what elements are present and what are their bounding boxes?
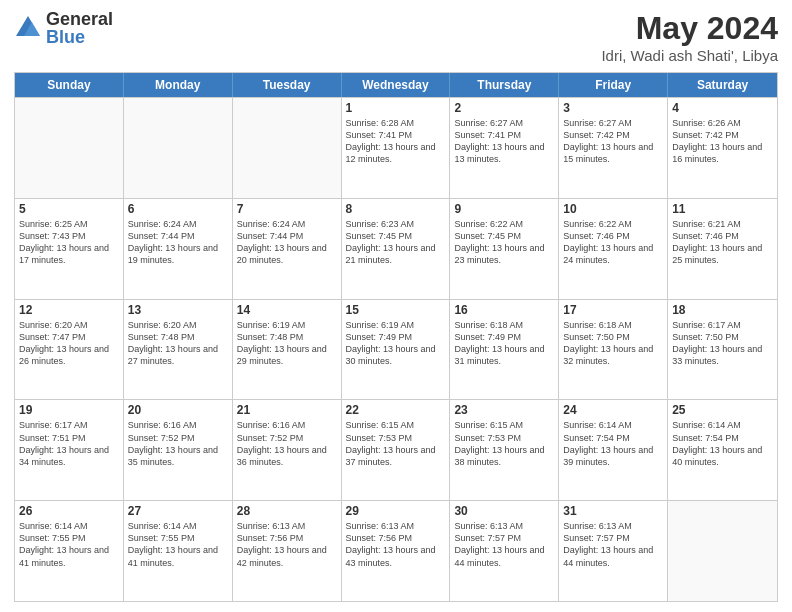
- calendar-body: 1Sunrise: 6:28 AMSunset: 7:41 PMDaylight…: [15, 97, 777, 601]
- day-number: 21: [237, 403, 337, 417]
- day-number: 16: [454, 303, 554, 317]
- header-friday: Friday: [559, 73, 668, 97]
- page: General Blue May 2024 Idri, Wadi ash Sha…: [0, 0, 792, 612]
- day-info: Sunrise: 6:24 AMSunset: 7:44 PMDaylight:…: [237, 218, 337, 267]
- day-number: 24: [563, 403, 663, 417]
- cal-cell: 4Sunrise: 6:26 AMSunset: 7:42 PMDaylight…: [668, 98, 777, 198]
- logo-icon: [14, 14, 42, 42]
- cal-cell: 30Sunrise: 6:13 AMSunset: 7:57 PMDayligh…: [450, 501, 559, 601]
- day-number: 13: [128, 303, 228, 317]
- day-info: Sunrise: 6:21 AMSunset: 7:46 PMDaylight:…: [672, 218, 773, 267]
- day-info: Sunrise: 6:13 AMSunset: 7:57 PMDaylight:…: [563, 520, 663, 569]
- cal-cell: 13Sunrise: 6:20 AMSunset: 7:48 PMDayligh…: [124, 300, 233, 400]
- cal-cell: 12Sunrise: 6:20 AMSunset: 7:47 PMDayligh…: [15, 300, 124, 400]
- header-wednesday: Wednesday: [342, 73, 451, 97]
- cal-cell: 16Sunrise: 6:18 AMSunset: 7:49 PMDayligh…: [450, 300, 559, 400]
- logo: General Blue: [14, 10, 113, 46]
- day-info: Sunrise: 6:15 AMSunset: 7:53 PMDaylight:…: [346, 419, 446, 468]
- day-info: Sunrise: 6:25 AMSunset: 7:43 PMDaylight:…: [19, 218, 119, 267]
- day-number: 8: [346, 202, 446, 216]
- day-info: Sunrise: 6:17 AMSunset: 7:51 PMDaylight:…: [19, 419, 119, 468]
- cal-cell: 19Sunrise: 6:17 AMSunset: 7:51 PMDayligh…: [15, 400, 124, 500]
- cal-cell: 23Sunrise: 6:15 AMSunset: 7:53 PMDayligh…: [450, 400, 559, 500]
- header-monday: Monday: [124, 73, 233, 97]
- day-number: 2: [454, 101, 554, 115]
- day-number: 1: [346, 101, 446, 115]
- day-info: Sunrise: 6:19 AMSunset: 7:49 PMDaylight:…: [346, 319, 446, 368]
- day-number: 9: [454, 202, 554, 216]
- cal-cell: 6Sunrise: 6:24 AMSunset: 7:44 PMDaylight…: [124, 199, 233, 299]
- day-info: Sunrise: 6:14 AMSunset: 7:54 PMDaylight:…: [563, 419, 663, 468]
- day-number: 26: [19, 504, 119, 518]
- day-info: Sunrise: 6:16 AMSunset: 7:52 PMDaylight:…: [128, 419, 228, 468]
- cal-cell: 9Sunrise: 6:22 AMSunset: 7:45 PMDaylight…: [450, 199, 559, 299]
- cal-row-2: 12Sunrise: 6:20 AMSunset: 7:47 PMDayligh…: [15, 299, 777, 400]
- title-location: Idri, Wadi ash Shati', Libya: [601, 47, 778, 64]
- cal-cell: 18Sunrise: 6:17 AMSunset: 7:50 PMDayligh…: [668, 300, 777, 400]
- day-number: 5: [19, 202, 119, 216]
- cal-cell: 15Sunrise: 6:19 AMSunset: 7:49 PMDayligh…: [342, 300, 451, 400]
- day-number: 4: [672, 101, 773, 115]
- cal-cell: 24Sunrise: 6:14 AMSunset: 7:54 PMDayligh…: [559, 400, 668, 500]
- cal-row-0: 1Sunrise: 6:28 AMSunset: 7:41 PMDaylight…: [15, 97, 777, 198]
- day-number: 15: [346, 303, 446, 317]
- cal-cell: 8Sunrise: 6:23 AMSunset: 7:45 PMDaylight…: [342, 199, 451, 299]
- cal-cell: 17Sunrise: 6:18 AMSunset: 7:50 PMDayligh…: [559, 300, 668, 400]
- day-number: 27: [128, 504, 228, 518]
- cal-cell: 21Sunrise: 6:16 AMSunset: 7:52 PMDayligh…: [233, 400, 342, 500]
- day-info: Sunrise: 6:19 AMSunset: 7:48 PMDaylight:…: [237, 319, 337, 368]
- day-number: 17: [563, 303, 663, 317]
- day-info: Sunrise: 6:28 AMSunset: 7:41 PMDaylight:…: [346, 117, 446, 166]
- day-number: 3: [563, 101, 663, 115]
- day-info: Sunrise: 6:13 AMSunset: 7:56 PMDaylight:…: [346, 520, 446, 569]
- day-number: 23: [454, 403, 554, 417]
- day-number: 25: [672, 403, 773, 417]
- cal-row-4: 26Sunrise: 6:14 AMSunset: 7:55 PMDayligh…: [15, 500, 777, 601]
- day-number: 31: [563, 504, 663, 518]
- cal-row-3: 19Sunrise: 6:17 AMSunset: 7:51 PMDayligh…: [15, 399, 777, 500]
- cal-cell: 7Sunrise: 6:24 AMSunset: 7:44 PMDaylight…: [233, 199, 342, 299]
- day-info: Sunrise: 6:16 AMSunset: 7:52 PMDaylight:…: [237, 419, 337, 468]
- logo-text: General Blue: [46, 10, 113, 46]
- cal-cell: 29Sunrise: 6:13 AMSunset: 7:56 PMDayligh…: [342, 501, 451, 601]
- header-thursday: Thursday: [450, 73, 559, 97]
- header-saturday: Saturday: [668, 73, 777, 97]
- cal-cell: [15, 98, 124, 198]
- day-number: 10: [563, 202, 663, 216]
- day-info: Sunrise: 6:24 AMSunset: 7:44 PMDaylight:…: [128, 218, 228, 267]
- day-number: 18: [672, 303, 773, 317]
- logo-blue-text: Blue: [46, 28, 113, 46]
- day-number: 22: [346, 403, 446, 417]
- day-number: 7: [237, 202, 337, 216]
- day-number: 19: [19, 403, 119, 417]
- cal-cell: 25Sunrise: 6:14 AMSunset: 7:54 PMDayligh…: [668, 400, 777, 500]
- cal-cell: 1Sunrise: 6:28 AMSunset: 7:41 PMDaylight…: [342, 98, 451, 198]
- cal-cell: 20Sunrise: 6:16 AMSunset: 7:52 PMDayligh…: [124, 400, 233, 500]
- calendar: Sunday Monday Tuesday Wednesday Thursday…: [14, 72, 778, 602]
- day-info: Sunrise: 6:14 AMSunset: 7:55 PMDaylight:…: [128, 520, 228, 569]
- day-number: 29: [346, 504, 446, 518]
- day-info: Sunrise: 6:20 AMSunset: 7:48 PMDaylight:…: [128, 319, 228, 368]
- calendar-header: Sunday Monday Tuesday Wednesday Thursday…: [15, 73, 777, 97]
- title-block: May 2024 Idri, Wadi ash Shati', Libya: [601, 10, 778, 64]
- title-month: May 2024: [601, 10, 778, 47]
- day-info: Sunrise: 6:20 AMSunset: 7:47 PMDaylight:…: [19, 319, 119, 368]
- day-info: Sunrise: 6:13 AMSunset: 7:57 PMDaylight:…: [454, 520, 554, 569]
- day-number: 20: [128, 403, 228, 417]
- header-sunday: Sunday: [15, 73, 124, 97]
- cal-cell: 31Sunrise: 6:13 AMSunset: 7:57 PMDayligh…: [559, 501, 668, 601]
- day-number: 11: [672, 202, 773, 216]
- day-info: Sunrise: 6:22 AMSunset: 7:45 PMDaylight:…: [454, 218, 554, 267]
- cal-cell: 2Sunrise: 6:27 AMSunset: 7:41 PMDaylight…: [450, 98, 559, 198]
- header: General Blue May 2024 Idri, Wadi ash Sha…: [14, 10, 778, 64]
- cal-cell: 5Sunrise: 6:25 AMSunset: 7:43 PMDaylight…: [15, 199, 124, 299]
- day-number: 12: [19, 303, 119, 317]
- day-info: Sunrise: 6:27 AMSunset: 7:42 PMDaylight:…: [563, 117, 663, 166]
- cal-cell: 14Sunrise: 6:19 AMSunset: 7:48 PMDayligh…: [233, 300, 342, 400]
- cal-cell: [233, 98, 342, 198]
- day-number: 6: [128, 202, 228, 216]
- cal-cell: 10Sunrise: 6:22 AMSunset: 7:46 PMDayligh…: [559, 199, 668, 299]
- day-info: Sunrise: 6:13 AMSunset: 7:56 PMDaylight:…: [237, 520, 337, 569]
- day-info: Sunrise: 6:22 AMSunset: 7:46 PMDaylight:…: [563, 218, 663, 267]
- day-info: Sunrise: 6:18 AMSunset: 7:50 PMDaylight:…: [563, 319, 663, 368]
